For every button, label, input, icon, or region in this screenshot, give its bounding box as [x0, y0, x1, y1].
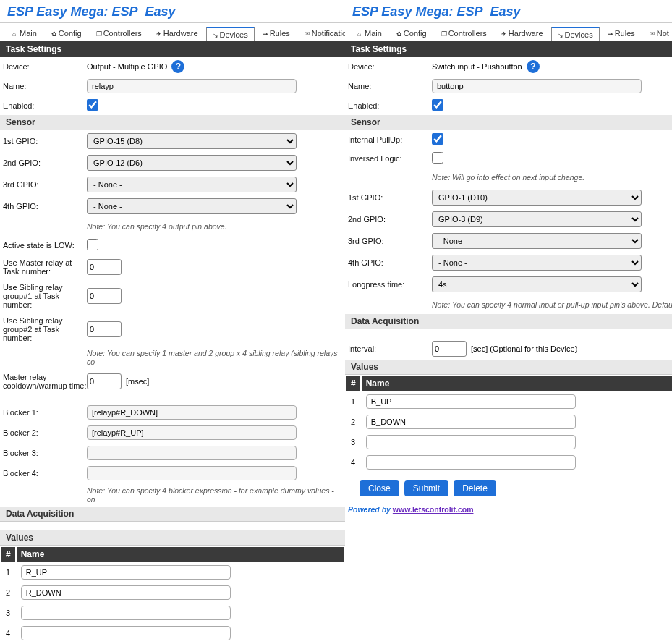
interval-label: Interval:: [348, 344, 432, 354]
close-button[interactable]: Close: [360, 480, 399, 496]
sib2-label: Use Sibling relay group#2 at Task number…: [3, 315, 87, 343]
device-label: Device:: [348, 62, 432, 72]
tab-controllers[interactable]: ❐Controllers: [90, 26, 148, 41]
row-num: 1: [1, 563, 15, 582]
value1-input[interactable]: [21, 565, 231, 580]
values-header: Values: [345, 360, 672, 375]
enabled-checkbox[interactable]: [87, 99, 98, 111]
mail-icon: ✉: [305, 30, 310, 36]
rule-icon: ➞: [608, 30, 613, 36]
help-icon[interactable]: ?: [171, 60, 184, 73]
longpress-select[interactable]: 4s: [432, 276, 642, 292]
gpio-note: Note: You can specify 4 output pin above…: [87, 222, 342, 231]
tab-rules[interactable]: ➞Rules: [601, 26, 642, 41]
row-num: 2: [346, 412, 360, 431]
values-table: #Name 1 2 3 4: [345, 375, 672, 473]
gpio1-label: 1st GPIO:: [348, 192, 432, 203]
tab-config[interactable]: ✿Config: [45, 26, 88, 41]
gpio2-label: 2nd GPIO:: [348, 214, 432, 224]
master-input[interactable]: [87, 259, 122, 275]
tab-config[interactable]: ✿Config: [390, 26, 433, 41]
gear-icon: ✿: [396, 30, 402, 36]
col-num: #: [346, 376, 360, 391]
col-num: #: [1, 547, 15, 562]
row-num: 3: [1, 603, 15, 622]
name-input[interactable]: [87, 79, 297, 93]
value2-input[interactable]: [21, 585, 231, 600]
gpio4-select[interactable]: - None -: [432, 255, 642, 271]
activelow-checkbox[interactable]: [87, 239, 98, 250]
tab-main[interactable]: ⌂Main: [351, 26, 388, 41]
app-title: ESP Easy Mega: ESP_Easy: [345, 0, 672, 23]
blocker-note: Note: You can specify 4 blocker expressi…: [87, 486, 342, 504]
gpio3-select[interactable]: - None -: [432, 233, 642, 249]
gpio1-select[interactable]: GPIO-15 (D8): [87, 133, 297, 149]
blocker1-input[interactable]: [87, 405, 297, 420]
window-icon: ❐: [441, 30, 447, 36]
value3-input[interactable]: [366, 435, 576, 449]
left-panel: ESP Easy Mega: ESP_Easy ⌂Main ✿Config ❐C…: [0, 0, 345, 644]
values-table: #Name 1 2 3 4: [0, 546, 345, 644]
device-icon: ↘: [558, 32, 563, 38]
blocker1-label: Blocker 1:: [3, 407, 87, 418]
help-icon[interactable]: ?: [527, 60, 540, 73]
gpio2-select[interactable]: GPIO-3 (D9): [432, 211, 642, 227]
master-label: Use Master relay at Task number:: [3, 258, 87, 276]
name-label: Name:: [3, 81, 87, 91]
inverse-label: Inversed Logic:: [348, 153, 432, 164]
gpio1-select[interactable]: GPIO-1 (D10): [432, 190, 642, 206]
tab-devices[interactable]: ↘Devices: [206, 27, 255, 41]
app-title: ESP Easy Mega: ESP_Easy: [0, 0, 345, 23]
submit-button[interactable]: Submit: [404, 480, 448, 496]
value1-input[interactable]: [366, 394, 576, 409]
value4-input[interactable]: [366, 455, 576, 470]
mail-icon: ✉: [650, 30, 655, 36]
tab-notify[interactable]: ✉Notifications: [298, 26, 345, 41]
sib1-input[interactable]: [87, 288, 122, 304]
sibling-note: Note: You can specify 1 master and 2 gro…: [87, 349, 342, 366]
gpio3-select[interactable]: - None -: [87, 177, 297, 192]
value2-input[interactable]: [366, 415, 576, 429]
cooldown-input[interactable]: [87, 373, 122, 389]
home-icon: ⌂: [357, 30, 363, 36]
data-acq-header: Data Acquisition: [0, 507, 345, 522]
tabs-bar: ⌂Main ✿Config ❐Controllers ✈Hardware ↘De…: [345, 23, 672, 41]
inverse-checkbox[interactable]: [432, 152, 443, 164]
enabled-checkbox[interactable]: [432, 99, 443, 111]
tab-devices[interactable]: ↘Devices: [551, 27, 600, 41]
pullup-checkbox[interactable]: [432, 133, 443, 145]
tab-notify[interactable]: ✉Not: [643, 26, 672, 41]
gpio2-select[interactable]: GPIO-12 (D6): [87, 155, 297, 171]
blocker2-label: Blocker 2:: [3, 428, 87, 438]
enabled-label: Enabled:: [3, 101, 87, 111]
name-input[interactable]: [432, 79, 642, 93]
blocker2-input[interactable]: [87, 425, 297, 440]
value3-input[interactable]: [21, 606, 231, 620]
blocker4-input[interactable]: [87, 466, 297, 480]
row-num: 4: [346, 453, 360, 472]
inverse-note: Note: Will go into effect on next input …: [432, 173, 672, 182]
gpio4-select[interactable]: - None -: [87, 198, 297, 214]
pullup-label: Internal PullUp:: [348, 135, 432, 145]
cooldown-label: Master relay cooldown/warmup time:: [3, 372, 87, 391]
tab-main[interactable]: ⌂Main: [6, 26, 43, 41]
tab-controllers[interactable]: ❐Controllers: [435, 26, 493, 41]
footer-link[interactable]: www.letscontrolit.com: [393, 505, 474, 514]
tab-rules[interactable]: ➞Rules: [256, 26, 297, 41]
powered-by-label: Powered by: [348, 505, 393, 514]
value4-input[interactable]: [21, 626, 231, 640]
gpio-note: Note: You can specify 4 normal input or …: [432, 300, 672, 309]
tab-hardware[interactable]: ✈Hardware: [495, 26, 550, 41]
name-label: Name:: [348, 81, 432, 91]
blocker4-label: Blocker 4:: [3, 468, 87, 478]
blocker3-input[interactable]: [87, 446, 297, 460]
window-icon: ❐: [96, 30, 102, 36]
interval-input[interactable]: [432, 341, 467, 357]
delete-button[interactable]: Delete: [454, 480, 496, 496]
col-name: Name: [362, 376, 672, 391]
tab-hardware[interactable]: ✈Hardware: [150, 26, 205, 41]
gpio2-label: 2nd GPIO:: [3, 158, 87, 168]
task-settings-header: Task Settings: [0, 41, 345, 57]
device-icon: ↘: [213, 32, 218, 38]
sib2-input[interactable]: [87, 321, 122, 337]
